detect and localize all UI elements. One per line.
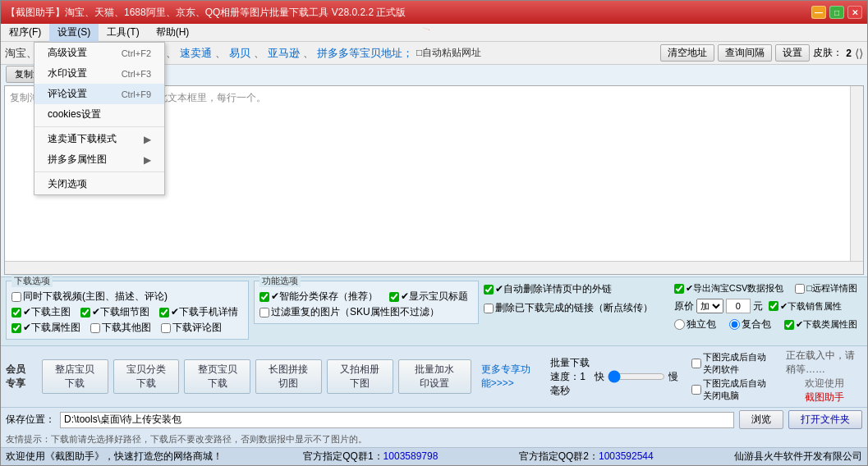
download-other-img[interactable] (90, 323, 100, 333)
close-button[interactable]: ✕ (847, 6, 862, 19)
menu-watermark-settings[interactable]: 水印设置 Ctrl+F3 (34, 63, 164, 84)
menu-tools[interactable]: 工具(T) (99, 24, 147, 42)
sale-attr-label[interactable]: ✔下载销售属性 (769, 300, 842, 313)
clear-address-button[interactable]: 清空地址 (660, 44, 714, 62)
download-comment-img[interactable] (161, 323, 171, 333)
export-csv-label[interactable]: ✔导出淘宝CSV数据报包 (674, 282, 784, 295)
menu-cookies-settings[interactable]: cookies设置 (34, 104, 164, 125)
watermark-button[interactable]: 批量加水印设置 (398, 359, 471, 394)
auto-delete-row: ✔自动删除详情页中的外链 (484, 282, 669, 296)
download-options-panel: 下载选项 同时下载视频(主图、描述、评论) ✔下载主图 (6, 281, 249, 340)
auto-close-computer-label[interactable]: 下图完成后自动关闭电脑 (691, 377, 768, 402)
class-attr-checkbox[interactable] (784, 320, 794, 330)
horizontal-scrollbar[interactable] (5, 261, 863, 274)
price-input[interactable] (726, 299, 751, 313)
price-op-select[interactable]: 加 减 (696, 299, 723, 313)
options-panels: 下载选项 同时下载视频(主图、描述、评论) ✔下载主图 (1, 276, 867, 345)
aliexpress-link[interactable]: 速卖通 (180, 46, 212, 61)
show-title-checkbox[interactable] (389, 292, 399, 302)
remote-detail-checkbox[interactable] (795, 284, 805, 294)
download-mobile-detail[interactable] (159, 308, 169, 318)
auto-close-software-checkbox[interactable] (691, 359, 701, 368)
delete-downloaded-label[interactable]: 删除已下载完成的链接（断点续传） (484, 301, 653, 315)
status-left-text: 欢迎使用《截图助手》，快速打造您的网络商城！ (6, 450, 223, 464)
download-main-img[interactable] (11, 308, 21, 318)
download-other-img-label[interactable]: 下载其他图 (90, 321, 151, 335)
whole-page-button[interactable]: 整页宝贝下载 (184, 359, 250, 394)
save-path-input[interactable] (60, 412, 734, 428)
function-options-panel: 功能选项 ✔智能分类保存（推荐） ✔显示宝贝标题 (254, 281, 479, 324)
auto-close-computer-checkbox[interactable] (691, 385, 701, 395)
album-button[interactable]: 又拍相册下图 (327, 359, 393, 394)
menu-review-settings[interactable]: 评论设置 Ctrl+F9 (34, 84, 164, 104)
menu-pinduoduo-attr[interactable]: 拼多多属性图 ▶ (34, 149, 164, 170)
menu-help[interactable]: 帮助(H) (148, 24, 198, 42)
package-type-row: 独立包 复合包 ✔下载类属性图 (674, 318, 862, 331)
ebay-link[interactable]: 易贝 (229, 46, 250, 61)
independent-pack-label[interactable]: 独立包 (674, 318, 716, 331)
speed-slider[interactable] (608, 370, 665, 383)
download-video-checkbox-label[interactable]: 同时下载视频(主图、描述、评论) (11, 290, 168, 304)
query-interval-button[interactable]: 查询间隔 (718, 44, 772, 62)
open-folder-button[interactable]: 打开文件夹 (788, 410, 862, 429)
delete-downloaded-checkbox[interactable] (484, 304, 494, 313)
show-title-label[interactable]: ✔显示宝贝标题 (389, 290, 468, 304)
auto-delete-label[interactable]: ✔自动删除详情页中的外链 (484, 282, 612, 296)
download-comment-img-label[interactable]: 下载评论图 (161, 321, 222, 335)
member-section-title: 会员专享 (6, 363, 34, 391)
app-name-text: 截图助手 (805, 391, 844, 404)
minimize-button[interactable]: — (811, 6, 826, 19)
long-image-button[interactable]: 长图拼接切图 (255, 359, 322, 394)
filter-dup-checkbox[interactable] (259, 308, 269, 318)
company-text: 仙游县火牛软件开发有限公司 (734, 450, 862, 464)
menu-aliexpress-mode[interactable]: 速卖通下载模式 ▶ (34, 129, 164, 149)
combo-pack-radio[interactable] (729, 319, 740, 330)
menu-program[interactable]: 程序(F) (1, 24, 49, 42)
menu-close-options[interactable]: 关闭选项 (34, 174, 164, 194)
more-features-link[interactable]: 更多专享功能>>>> (481, 363, 539, 391)
sale-attr-checkbox[interactable] (769, 301, 778, 311)
download-mobile-detail-label[interactable]: ✔下载手机详情 (159, 305, 238, 319)
combo-pack-label[interactable]: 复合包 (729, 318, 771, 331)
qq-group-2: 官方指定QQ群2：1003592544 (519, 450, 654, 464)
whole-store-button[interactable]: 整店宝贝下载 (42, 359, 108, 394)
download-options-title: 下载选项 (11, 275, 53, 287)
vertical-scrollbar[interactable] (850, 86, 863, 274)
filter-dup-row: 过滤重复的图片（SKU属性图不过滤） (259, 305, 473, 319)
member-row: 会员专享 整店宝贝下载 宝贝分类下载 整页宝贝下载 长图拼接切图 又拍相册下图 … (1, 345, 867, 407)
download-detail-img[interactable] (80, 308, 90, 318)
menu-advanced-settings[interactable]: 高级设置 Ctrl+F2 (34, 43, 164, 63)
title-text: 【截图助手】淘宝、天猫、1688阿里、京东、QQ相册等图片批量下载工具 V28.… (6, 6, 406, 20)
download-video-checkbox[interactable] (11, 292, 21, 302)
remote-detail-label[interactable]: □远程详情图 (795, 282, 857, 295)
download-main-img-label[interactable]: ✔下载主图 (11, 305, 71, 319)
browse-button[interactable]: 浏览 (739, 410, 783, 429)
smart-save-checkbox[interactable] (259, 292, 269, 302)
download-attr-img-label[interactable]: ✔下载属性图 (11, 321, 80, 335)
independent-pack-radio[interactable] (674, 319, 685, 330)
filter-dup-label[interactable]: 过滤重复的图片（SKU属性图不过滤） (259, 305, 439, 319)
export-csv-checkbox[interactable] (674, 284, 684, 294)
app-window: 【截图助手】淘宝、天猫、1688阿里、京东、QQ相册等图片批量下载工具 V28.… (0, 0, 868, 466)
auto-close-software-label[interactable]: 下图完成后自动关闭软件 (691, 351, 768, 376)
title-bar: 【截图助手】淘宝、天猫、1688阿里、京东、QQ相册等图片批量下载工具 V28.… (1, 1, 867, 24)
qq-group-1: 官方指定QQ群1：1003589798 (303, 450, 438, 464)
smart-save-label[interactable]: ✔智能分类保存（推荐） (259, 290, 378, 304)
class-attr-label[interactable]: ✔下载类属性图 (784, 318, 857, 331)
category-button[interactable]: 宝贝分类下载 (113, 359, 180, 394)
tip-text: 友情提示：下载前请先选择好路径，下载后不要改变路径，否则数据报中显示不了图片的。 (6, 433, 367, 445)
download-attr-img[interactable] (11, 323, 21, 333)
auto-delete-checkbox[interactable] (484, 285, 494, 295)
right-options-panel: ✔自动删除详情页中的外链 删除已下载完成的链接（断点续传） (484, 281, 669, 317)
pdd-link[interactable]: 拼多多等宝贝地址； (317, 46, 413, 61)
export-panel: ✔导出淘宝CSV数据报包 □远程详情图 原价 加 减 (674, 281, 862, 333)
loading-section: 正在载入中，请稍等…… 欢迎使用 截图助手 (786, 349, 862, 404)
settings-button[interactable]: 设置 (775, 44, 810, 62)
download-detail-img-label[interactable]: ✔下载细节图 (80, 305, 149, 319)
menu-settings[interactable]: 设置(S) (49, 24, 99, 42)
menu-bar: 程序(F) 设置(S) 工具(T) 帮助(H) 高级设置 Ctrl+F2 水印设… (1, 24, 867, 42)
amazon-link[interactable]: 亚马逊 (268, 46, 300, 61)
tip-row: 友情提示：下载前请先选择好路径，下载后不要改变路径，否则数据报中显示不了图片的。 (1, 432, 867, 447)
svg-line-1 (423, 28, 429, 30)
maximize-button[interactable]: □ (829, 6, 844, 19)
